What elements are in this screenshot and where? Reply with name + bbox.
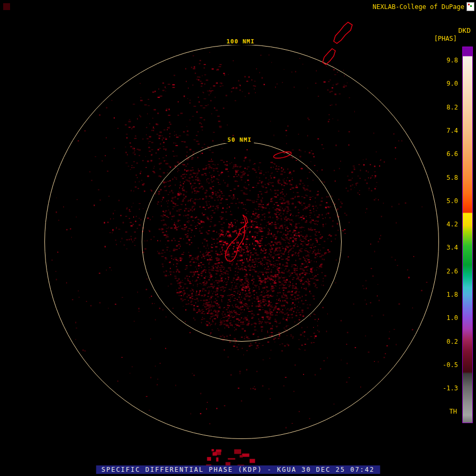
colorbar-tick: 1.8 (435, 291, 458, 298)
colorbar-tick: 9.8 (435, 57, 458, 64)
colorbar-tick: 4.2 (435, 221, 458, 228)
colorbar-tick: 3.4 (435, 244, 458, 251)
broken-image-icon (466, 2, 474, 11)
colorbar (462, 47, 473, 423)
colorbar-tick: 1.0 (435, 314, 458, 322)
colorbar-tick: 2.6 (435, 268, 458, 275)
colorbar-tick: 7.4 (435, 127, 458, 134)
coastline-overlay (0, 0, 476, 476)
colorbar-tick: 5.8 (435, 174, 458, 181)
coastline-rota (273, 151, 291, 160)
colorbar-threshold-label: TH (450, 408, 457, 415)
colorbar-tick: -0.5 (435, 361, 458, 369)
units-label: [PHAS] (434, 35, 457, 42)
colorbar-tick: -1.3 (435, 385, 458, 392)
coastline-saipan (334, 22, 352, 43)
colorbar-tick: 6.6 (435, 150, 458, 158)
header-title: NEXLAB-College of DuPage (373, 3, 464, 11)
status-bar: SPECIFIC DIFFERENTIAL PHASE (KDP) - KGUA… (96, 465, 380, 474)
product-code-label: DKD (459, 26, 471, 34)
coastline-guam (225, 215, 248, 261)
colorbar-tick: 8.2 (435, 104, 458, 111)
coastline-tinian (323, 49, 335, 65)
colorbar-tick: 9.0 (435, 80, 458, 87)
colorbar-tick: 5.0 (435, 197, 458, 205)
corner-marker (3, 3, 10, 10)
colorbar-tick: 0.2 (435, 338, 458, 345)
radar-display: 100 NMI 50 NMI NEXLAB-College of DuPage … (0, 0, 476, 476)
